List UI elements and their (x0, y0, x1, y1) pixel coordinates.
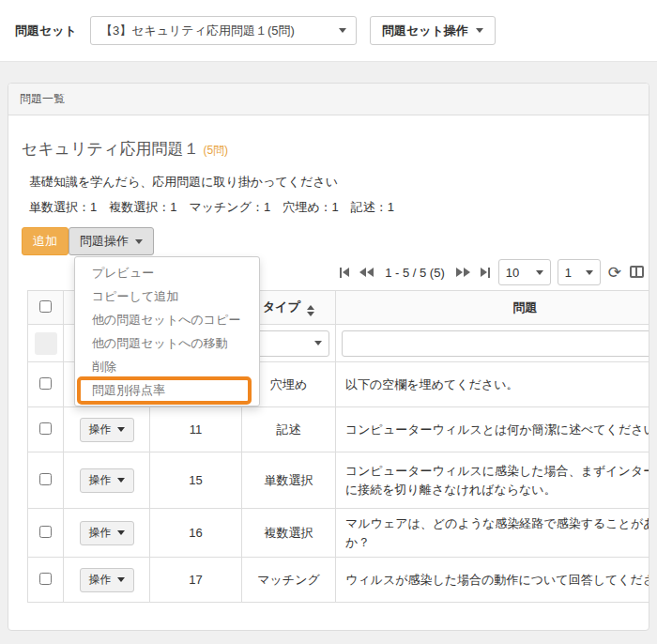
question-set-select-value: 【3】セキュリティ応用問題１(5問) (100, 23, 295, 39)
first-page-icon (340, 268, 342, 278)
id-cell: 11 (150, 407, 242, 452)
table-row: 操作 11 記述 コンピューターウィルスとは何か簡潔に述べてください。 (28, 407, 650, 452)
prev-page-icon (359, 268, 366, 277)
row-checkbox[interactable] (39, 526, 52, 538)
columns-icon (630, 266, 644, 278)
page: 問題セット 【3】セキュリティ応用問題１(5問) 問題セット操作 問題一覧 セキ… (0, 0, 657, 644)
question-set-actions-button[interactable]: 問題セット操作 (370, 16, 496, 45)
row-op-label: 操作 (89, 472, 112, 488)
refresh-button[interactable]: ⟳ (607, 265, 622, 281)
table-row: 操作 15 単数選択 コンピューターウィルスに感染した場合、まずインターネットに… (28, 452, 650, 509)
question-cell: マルウェアは、どのような感染経路で感染することがありますか？ (336, 509, 650, 558)
filter-cell-checkbox (28, 325, 64, 362)
menu-item-delete[interactable]: 削除 (75, 355, 259, 378)
row-op-button[interactable]: 操作 (80, 468, 134, 493)
first-page-button[interactable] (338, 266, 351, 280)
question-ops-menu: プレビュー コピーして追加 他の問題セットへのコピー 他の問題セットへの移動 削… (74, 256, 260, 406)
first-page-icon (343, 268, 349, 277)
row-checkbox[interactable] (39, 473, 52, 485)
page-title: セキュリティ応用問題１(5問) (22, 138, 228, 160)
chevron-down-icon (536, 270, 543, 275)
type-cell: 記述 (242, 407, 336, 452)
menu-item-score-rate[interactable]: 問題別得点率 (75, 378, 259, 402)
add-button[interactable]: 追加 (22, 227, 69, 255)
row-op-button[interactable]: 操作 (80, 521, 134, 545)
chevron-down-icon (117, 427, 125, 432)
type-cell: 複数選択 (242, 509, 336, 558)
table-row: 操作 16 複数選択 マルウェアは、どのような感染経路で感染することがありますか… (28, 509, 650, 558)
question-filter-input[interactable] (342, 330, 649, 357)
type-cell: 単数選択 (242, 452, 336, 509)
question-ops-label: 問題操作 (80, 233, 129, 250)
row-checkbox[interactable] (39, 377, 52, 390)
page-number-value: 1 (565, 266, 572, 280)
question-set-description: 基礎知識を学んだら、応用問題に取り掛かってください (29, 174, 338, 191)
chevron-down-icon (117, 530, 125, 535)
question-set-title: セキュリティ応用問題１ (22, 140, 199, 158)
question-set-actions-label: 問題セット操作 (382, 23, 468, 39)
prev-page-button[interactable] (358, 266, 375, 279)
menu-item-move-to-other-set[interactable]: 他の問題セットへの移動 (75, 331, 259, 355)
type-cell: マッチング (242, 558, 336, 603)
row-op-label: 操作 (89, 525, 112, 541)
question-header-label: 問題 (513, 300, 538, 314)
select-all-cell (28, 291, 64, 325)
id-cell: 15 (150, 452, 242, 509)
question-cell: ウィルスが感染した場合の動作について回答してください。 (336, 558, 650, 603)
question-ops-button[interactable]: 問題操作 (69, 227, 154, 255)
select-all-checkbox[interactable] (39, 300, 52, 313)
last-page-icon (481, 268, 487, 277)
menu-item-preview[interactable]: プレビュー (75, 261, 259, 284)
row-checkbox[interactable] (39, 422, 52, 435)
question-type-stats: 単数選択：1 複数選択：1 マッチング：1 穴埋め：1 記述：1 (29, 199, 394, 216)
type-filter-select[interactable] (249, 330, 329, 357)
sort-icon (307, 305, 314, 316)
table-row: 操作 17 マッチング ウィルスが感染した場合の動作について回答してください。 (28, 558, 650, 603)
next-page-icon (456, 268, 463, 277)
prev-page-icon (367, 268, 374, 277)
id-cell: 17 (150, 558, 242, 603)
chevron-down-icon (314, 341, 322, 345)
refresh-icon: ⟳ (608, 264, 621, 282)
row-op-label: 操作 (89, 422, 112, 437)
toggle-columns-button[interactable] (629, 265, 645, 281)
last-page-button[interactable] (479, 266, 492, 280)
type-header-label: タイプ (263, 299, 300, 314)
page-size-select[interactable]: 10 (498, 259, 551, 285)
filter-placeholder (35, 332, 57, 355)
question-set-label: 問題セット (15, 23, 77, 39)
id-cell: 16 (150, 509, 242, 558)
chevron-down-icon (586, 270, 593, 275)
question-list-panel: 問題一覧 セキュリティ応用問題１(5問) 基礎知識を学んだら、応用問題に取り掛か… (8, 83, 649, 631)
row-checkbox[interactable] (39, 573, 52, 585)
topbar: 問題セット 【3】セキュリティ応用問題１(5問) 問題セット操作 (0, 0, 657, 62)
chevron-down-icon (117, 478, 125, 483)
filter-cell-question (336, 325, 650, 362)
next-page-button[interactable] (454, 266, 472, 279)
next-page-icon (464, 268, 470, 277)
question-cell: コンピューターウィルスとは何か簡潔に述べてください。 (336, 407, 650, 452)
row-op-label: 操作 (89, 572, 112, 588)
question-cell: コンピューターウィルスに感染した場合、まずインターネットに接続を切り離さなければ… (336, 452, 650, 509)
chevron-down-icon (476, 28, 483, 33)
question-set-select[interactable]: 【3】セキュリティ応用問題１(5問) (90, 16, 357, 45)
chevron-down-icon (135, 239, 143, 244)
page-number-select[interactable]: 1 (558, 259, 601, 285)
chevron-down-icon (339, 28, 346, 33)
panel-header-title: 問題一覧 (20, 92, 65, 105)
page-size-value: 10 (506, 266, 519, 280)
pagination-info: 1 - 5 / 5 (5) (385, 266, 445, 280)
row-op-button[interactable]: 操作 (80, 418, 134, 442)
question-cell: 以下の空欄を埋めてください。 (336, 362, 650, 407)
menu-item-copy-to-other-set[interactable]: 他の問題セットへのコピー (75, 308, 259, 331)
last-page-icon (488, 268, 490, 278)
question-header-cell: 問題 (336, 291, 650, 325)
question-count-badge: (5問) (203, 144, 228, 157)
menu-item-copy-add[interactable]: コピーして追加 (75, 284, 259, 308)
chevron-down-icon (117, 577, 125, 582)
row-op-button[interactable]: 操作 (80, 568, 134, 592)
panel-header: 問題一覧 (8, 84, 649, 115)
menu-item-score-rate-label: 問題別得点率 (92, 383, 165, 397)
pagination: 1 - 5 / 5 (5) 10 1 ⟳ (338, 258, 645, 286)
